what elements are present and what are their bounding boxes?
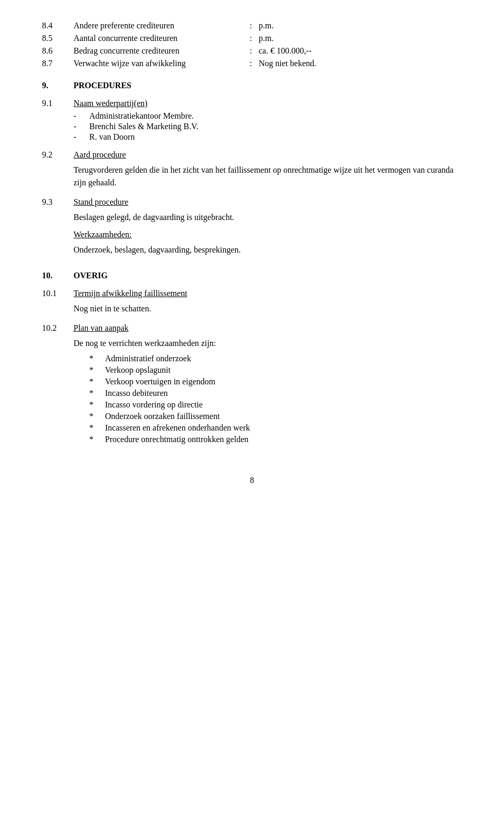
bullet-text-2: Verkoop opslagunit	[105, 365, 171, 375]
row-8-6-num: 8.6	[42, 46, 74, 56]
row-8-6-label: Bedrag concurrente crediteuren	[74, 46, 243, 56]
page-content: 8.4 Andere preferente crediteuren : p.m.…	[42, 21, 462, 485]
bullet-item-3: * Verkoop voertuigen in eigendom	[89, 377, 462, 386]
row-8-6-value: ca. € 100.000,--	[259, 46, 462, 56]
bullet-item-4: * Incasso debiteuren	[89, 389, 462, 398]
party-list: - Administratiekantoor Membre. - Brenchi…	[74, 111, 462, 142]
section-9-3: 9.3 Stand procedure Beslagen gelegd, de …	[42, 197, 462, 256]
overig-num: 10.	[42, 271, 74, 280]
bullet-text-8: Procedure onrechtmatig onttrokken gelden	[105, 435, 248, 444]
row-8-7-num: 8.7	[42, 59, 74, 68]
bullet-item-6: * Onderzoek oorzaken faillissement	[89, 412, 462, 421]
bullet-text-5: Incasso vordering op directie	[105, 400, 203, 410]
bullet-text-7: Incasseren en afrekenen onderhanden werk	[105, 423, 250, 433]
section-9-1-title: Naam wederpartij(en)	[74, 99, 148, 108]
dash-1: -	[74, 111, 89, 121]
section-9-1-num: 9.1	[42, 99, 74, 108]
bullet-text-1: Administratief onderzoek	[105, 354, 191, 363]
star-1: *	[89, 354, 105, 363]
bullet-item-2: * Verkoop opslagunit	[89, 365, 462, 375]
row-8-6-colon: :	[243, 46, 259, 56]
bullet-text-6: Onderzoek oorzaken faillissement	[105, 412, 220, 421]
section-10-2-intro: De nog te verrichten werkzaamheden zijn:	[74, 337, 462, 350]
dash-3: -	[74, 132, 89, 142]
bullet-item-7: * Incasseren en afrekenen onderhanden we…	[89, 423, 462, 433]
overig-label: OVERIG	[74, 271, 462, 280]
bullet-list: * Administratief onderzoek * Verkoop ops…	[89, 354, 462, 444]
rows-container: 8.4 Andere preferente crediteuren : p.m.…	[42, 21, 462, 68]
section-9-3-body2: Onderzoek, beslagen, dagvaarding, bespre…	[74, 244, 462, 256]
bullet-item-8: * Procedure onrechtmatig onttrokken geld…	[89, 435, 462, 444]
row-8-4-colon: :	[243, 21, 259, 30]
section-9-2-header: 9.2 Aard procedure	[42, 150, 462, 160]
star-7: *	[89, 423, 105, 433]
star-4: *	[89, 389, 105, 398]
section-9-1-header: 9.1 Naam wederpartij(en)	[42, 99, 462, 108]
procedures-label: PROCEDURES	[74, 81, 462, 90]
star-2: *	[89, 365, 105, 375]
party-item-2: - Brenchi Sales & Marketing B.V.	[74, 122, 462, 131]
procedures-num: 9.	[42, 81, 74, 90]
section-9-1: 9.1 Naam wederpartij(en) - Administratie…	[42, 99, 462, 142]
party-item-3: - R. van Doorn	[74, 132, 462, 142]
procedures-heading: 9. PROCEDURES	[42, 81, 462, 90]
werkzaamheden-label: Werkzaamheden:	[74, 230, 462, 239]
row-8-7-colon: :	[243, 59, 259, 68]
star-8: *	[89, 435, 105, 444]
section-9-2-num: 9.2	[42, 150, 74, 160]
row-8-5: 8.5 Aantal concurrente crediteuren : p.m…	[42, 34, 462, 43]
bullet-item-1: * Administratief onderzoek	[89, 354, 462, 363]
row-8-4-value: p.m.	[259, 21, 462, 30]
row-8-7-label: Verwachte wijze van afwikkeling	[74, 59, 243, 68]
section-9-3-body1: Beslagen gelegd, de dagvaarding is uitge…	[74, 211, 462, 224]
overig-heading: 10. OVERIG	[42, 271, 462, 280]
section-9-3-title: Stand procedure	[74, 197, 128, 207]
dash-2: -	[74, 122, 89, 131]
row-8-7-value: Nog niet bekend.	[259, 59, 462, 68]
party-name-3: R. van Doorn	[89, 132, 135, 142]
section-9-3-header: 9.3 Stand procedure	[42, 197, 462, 207]
bullet-item-5: * Incasso vordering op directie	[89, 400, 462, 410]
section-10-1-header: 10.1 Termijn afwikkeling faillissement	[42, 289, 462, 298]
section-9-3-num: 9.3	[42, 197, 74, 207]
star-6: *	[89, 412, 105, 421]
section-10-2: 10.2 Plan van aanpak De nog te verrichte…	[42, 323, 462, 444]
section-10-2-header: 10.2 Plan van aanpak	[42, 323, 462, 333]
row-8-4-num: 8.4	[42, 21, 74, 30]
section-10-2-title: Plan van aanpak	[74, 323, 129, 333]
bullet-text-4: Incasso debiteuren	[105, 389, 168, 398]
section-9-2-title: Aard procedure	[74, 150, 126, 160]
bullet-text-3: Verkoop voertuigen in eigendom	[105, 377, 215, 386]
page-number: 8	[42, 476, 462, 485]
section-10-1: 10.1 Termijn afwikkeling faillissement N…	[42, 289, 462, 315]
party-item-1: - Administratiekantoor Membre.	[74, 111, 462, 121]
row-8-4: 8.4 Andere preferente crediteuren : p.m.	[42, 21, 462, 30]
row-8-6: 8.6 Bedrag concurrente crediteuren : ca.…	[42, 46, 462, 56]
star-5: *	[89, 400, 105, 410]
row-8-5-value: p.m.	[259, 34, 462, 43]
section-10-1-body: Nog niet in te schatten.	[74, 302, 462, 315]
row-8-5-label: Aantal concurrente crediteuren	[74, 34, 243, 43]
star-3: *	[89, 377, 105, 386]
section-9-2-body: Terugvorderen gelden die in het zicht va…	[74, 164, 462, 189]
section-10-1-title: Termijn afwikkeling faillissement	[74, 289, 187, 298]
row-8-5-colon: :	[243, 34, 259, 43]
row-8-4-label: Andere preferente crediteuren	[74, 21, 243, 30]
section-10-2-num: 10.2	[42, 323, 74, 333]
row-8-5-num: 8.5	[42, 34, 74, 43]
section-9-2: 9.2 Aard procedure Terugvorderen gelden …	[42, 150, 462, 189]
section-10-1-num: 10.1	[42, 289, 74, 298]
row-8-7: 8.7 Verwachte wijze van afwikkeling : No…	[42, 59, 462, 68]
party-name-1: Administratiekantoor Membre.	[89, 111, 194, 121]
party-name-2: Brenchi Sales & Marketing B.V.	[89, 122, 198, 131]
